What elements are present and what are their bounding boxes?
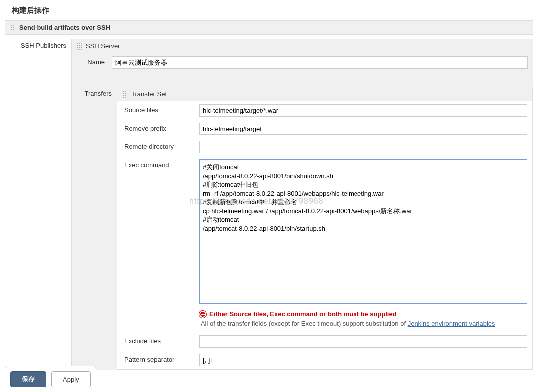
- post-build-actions-box: Send build artifacts over SSH SSH Publis…: [5, 20, 533, 370]
- page-container: 构建后操作 Send build artifacts over SSH SSH …: [0, 0, 533, 370]
- error-icon: [199, 311, 206, 318]
- transfers-label: Transfers: [72, 87, 117, 370]
- source-files-label: Source files: [122, 104, 199, 114]
- transfer-set-header: Transfer Set: [117, 87, 532, 101]
- help-text-row: All of the transfer fields (except for E…: [117, 319, 532, 332]
- transfer-set-box: Transfer Set Source files Remove pr: [117, 87, 533, 370]
- error-text: Either Source files, Exec command or bot…: [209, 310, 397, 318]
- env-vars-link[interactable]: Jenkins environment variables: [408, 320, 495, 327]
- name-label: Name: [77, 56, 112, 66]
- pattern-separator-label: Pattern separator: [122, 354, 199, 363]
- remove-prefix-input[interactable]: [199, 123, 527, 135]
- drag-handle-icon[interactable]: [10, 24, 15, 31]
- pattern-separator-input[interactable]: [199, 354, 527, 366]
- remote-directory-input[interactable]: [199, 141, 527, 153]
- remove-prefix-label: Remove prefix: [122, 123, 199, 132]
- exclude-files-label: Exclude files: [122, 335, 199, 345]
- section-title: 构建后操作: [0, 0, 533, 20]
- group-title: Send build artifacts over SSH: [19, 24, 110, 31]
- ssh-server-box: SSH Server Name Transfers: [71, 39, 533, 370]
- exec-command-label: Exec command: [122, 159, 199, 169]
- remote-directory-label: Remote directory: [122, 141, 199, 150]
- ssh-group-header: Send build artifacts over SSH: [5, 21, 533, 35]
- drag-handle-icon[interactable]: [122, 91, 127, 98]
- error-message-row: Either Source files, Exec command or bot…: [117, 308, 532, 319]
- ssh-server-header: SSH Server: [72, 39, 533, 53]
- drag-handle-icon[interactable]: [77, 43, 82, 50]
- exclude-files-input[interactable]: [199, 335, 527, 348]
- footer-buttons: 保存 Apply: [5, 366, 96, 370]
- exec-command-textarea[interactable]: [199, 159, 527, 304]
- source-files-input[interactable]: [199, 104, 527, 117]
- ssh-server-name-input[interactable]: [112, 56, 528, 69]
- ssh-publishers-label: SSH Publishers: [5, 39, 71, 370]
